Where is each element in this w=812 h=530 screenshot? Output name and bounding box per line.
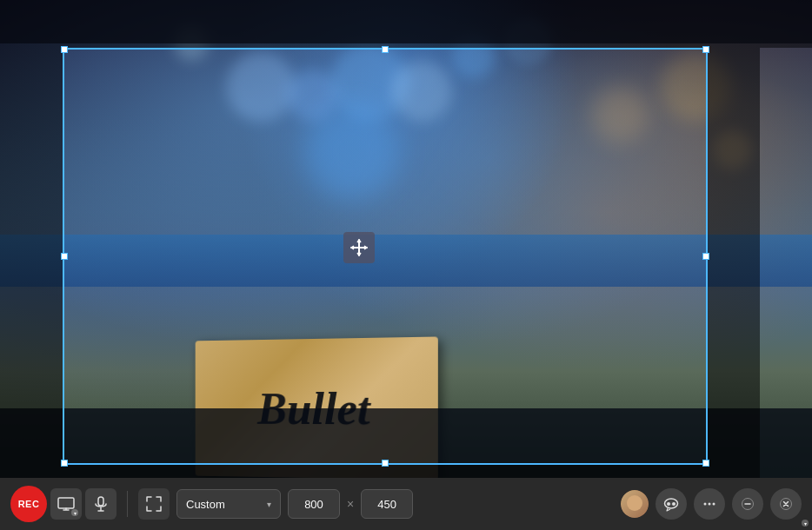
toolbar-left-group: REC ▾ ▾ [10,486,116,522]
rec-button[interactable]: REC [10,486,47,522]
bokeh-circle [391,61,452,122]
crop-overlay-left [0,48,63,478]
svg-rect-1 [98,497,103,506]
microphone-button[interactable]: ▾ [85,488,116,520]
more-options-button[interactable] [694,488,725,520]
avatar-face [627,495,642,511]
toolbar-divider [127,491,128,517]
svg-point-6 [704,503,707,506]
crop-overlay-bottom [63,465,708,478]
expand-button[interactable] [138,488,170,520]
bokeh-circle [304,104,400,200]
avatar-image [621,490,649,518]
screen-capture-button[interactable]: ▾ [50,488,82,520]
bokeh-circle [226,52,296,122]
svg-point-3 [672,502,676,506]
toolbar-right-group [621,488,802,520]
chat-button[interactable] [656,488,687,520]
svg-point-2 [667,502,670,506]
dropdown-arrow-icon: ▾ [267,500,271,509]
svg-point-4 [671,504,672,505]
toolbar: REC ▾ ▾ Custom ▾ [0,478,812,530]
resolution-label: Custom [186,498,225,511]
dimension-separator: × [347,497,354,511]
svg-rect-0 [58,498,74,508]
user-avatar[interactable] [621,490,649,518]
crop-overlay-top [0,0,812,48]
close-button[interactable] [770,488,802,520]
width-input[interactable] [288,489,340,519]
height-input[interactable] [361,489,413,519]
minimize-button[interactable] [732,488,763,520]
blue-shelf-bar [0,235,812,287]
crop-overlay-right [708,48,760,478]
svg-point-7 [709,503,711,506]
svg-point-8 [713,503,715,506]
bokeh-circle [591,87,648,143]
resolution-dropdown[interactable]: Custom ▾ [176,489,281,519]
background: Bullet [0,0,812,530]
